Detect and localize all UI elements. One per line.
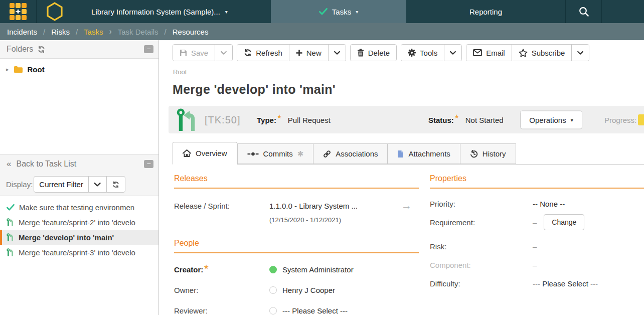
- owner-value[interactable]: Henry J Cooper: [269, 286, 335, 294]
- creator-value: System Administrator: [269, 265, 354, 274]
- breadcrumb: Incidents / Risks / Tasks › Task Details…: [0, 23, 644, 40]
- release-sprint-value: 1.1.0.0 - Library System ...: [269, 202, 358, 210]
- save-button-group: Save: [173, 44, 233, 61]
- plus-icon: [296, 50, 302, 56]
- tab-commits[interactable]: Commits ✱: [237, 143, 314, 164]
- task-folder-path: Root: [173, 68, 187, 76]
- owner-name: Henry J Cooper: [282, 286, 335, 294]
- save-label: Save: [191, 49, 208, 57]
- task-type-field: Type: ★ Pull Request: [257, 115, 331, 124]
- folder-root-label: Root: [28, 65, 45, 74]
- app-logo[interactable]: [0, 0, 37, 23]
- folders-title: Folders: [7, 45, 33, 54]
- detail-tabs: Overview Commits ✱: [173, 142, 644, 165]
- filter-select[interactable]: Current Filter: [34, 177, 89, 192]
- filter-refresh-button[interactable]: [107, 177, 125, 192]
- priority-row: Priority: -- None --: [430, 200, 644, 208]
- task-list-item[interactable]: Make sure that testing environmen: [0, 200, 158, 215]
- priority-label: Priority:: [430, 200, 533, 208]
- nav-item-tasks[interactable]: Tasks ▾: [271, 0, 406, 23]
- product-switcher-button[interactable]: [37, 0, 73, 23]
- pull-request-icon: [7, 233, 14, 241]
- email-subscribe-button-group: Email Subscribe: [466, 44, 589, 61]
- difficulty-value[interactable]: --- Please Select ---: [533, 279, 598, 288]
- spira-cube-logo-icon: [9, 2, 28, 21]
- breadcrumb-task-details: Task Details: [118, 28, 158, 36]
- save-dropdown-button[interactable]: [215, 45, 232, 61]
- tab-overview[interactable]: Overview: [173, 142, 237, 165]
- task-list-item[interactable]: Merge 'feature/sprint-2' into 'develo: [0, 215, 158, 230]
- double-chevron-left-icon[interactable]: «: [7, 159, 11, 169]
- task-summary-bar: [TK:50] Type: ★ Pull Request Status: ★ N…: [169, 106, 644, 133]
- folder-root-node[interactable]: ▸ Root: [6, 65, 152, 74]
- tab-attachments[interactable]: Attachments: [388, 143, 460, 164]
- component-label: Component:: [430, 261, 533, 269]
- collapse-folders-button[interactable]: −: [144, 45, 153, 53]
- avatar-filled-icon: [269, 266, 277, 273]
- refresh-new-button-group: Refresh New: [237, 44, 346, 61]
- refresh-icon: [244, 49, 252, 57]
- task-list-item[interactable]: Merge 'feature/sprint-3' into 'develo: [0, 245, 158, 260]
- global-search-button[interactable]: [566, 0, 602, 23]
- tab-label: Attachments: [408, 149, 450, 158]
- refresh-button[interactable]: Refresh: [237, 45, 289, 61]
- breadcrumb-risks[interactable]: Risks: [51, 28, 70, 36]
- folders-panel-header: Folders −: [0, 40, 158, 59]
- history-icon: [470, 150, 478, 158]
- search-icon: [578, 6, 589, 17]
- project-selector-dropdown[interactable]: Library Information System (Sample)... ▾: [73, 0, 246, 23]
- release-date-range: (12/15/2020 - 1/12/2021): [269, 216, 419, 224]
- tools-button[interactable]: Tools: [401, 45, 444, 61]
- refresh-icon[interactable]: [38, 46, 45, 53]
- email-label: Email: [486, 49, 505, 57]
- priority-value[interactable]: -- None --: [533, 200, 565, 208]
- app-window: Library Information System (Sample)... ▾…: [0, 0, 644, 315]
- tab-associations[interactable]: Associations: [313, 143, 388, 164]
- delete-button[interactable]: Delete: [351, 45, 396, 61]
- page-title: Merge 'develop' into 'main': [173, 82, 336, 97]
- save-button[interactable]: Save: [173, 45, 215, 61]
- tab-label: Associations: [336, 149, 378, 158]
- goto-release-arrow-icon[interactable]: →: [401, 200, 419, 212]
- nav-reporting-label: Reporting: [469, 8, 502, 16]
- chevron-down-icon: [221, 51, 227, 55]
- delete-label: Delete: [368, 49, 390, 57]
- release-sprint-row: Release / Sprint: 1.1.0.0 - Library Syst…: [174, 200, 419, 212]
- breadcrumb-resources[interactable]: Resources: [173, 28, 209, 36]
- progress-label: Progress:: [604, 115, 636, 124]
- filter-chevron-button[interactable]: [89, 177, 107, 192]
- avatar-empty-icon: [269, 286, 277, 294]
- task-check-icon: [7, 204, 15, 211]
- reviewer-value[interactable]: --- Please Select ---: [269, 306, 348, 315]
- email-button[interactable]: Email: [466, 45, 512, 61]
- operations-dropdown-button[interactable]: Operations ▾: [520, 110, 582, 129]
- collapse-task-list-button[interactable]: −: [144, 160, 153, 168]
- new-label: New: [306, 49, 321, 57]
- subscribe-button[interactable]: Subscribe: [512, 45, 572, 61]
- tools-button-group: Tools: [401, 44, 462, 61]
- tab-history[interactable]: History: [460, 143, 516, 164]
- back-to-task-list-link[interactable]: Back to Task List: [16, 160, 76, 169]
- new-dropdown-button[interactable]: [329, 45, 346, 61]
- component-row: Component: –: [430, 261, 644, 269]
- task-status-field: Status: ★ Not Started: [428, 115, 504, 124]
- breadcrumb-incidents[interactable]: Incidents: [7, 28, 37, 36]
- release-sprint-label: Release / Sprint:: [174, 202, 269, 210]
- task-list-item-selected[interactable]: Merge 'develop' into 'main': [0, 230, 158, 245]
- change-requirement-button[interactable]: Change: [544, 214, 584, 230]
- main-content: Save Refresh: [159, 40, 644, 315]
- new-button[interactable]: New: [289, 45, 329, 61]
- filter-select-group: Current Filter: [34, 176, 125, 193]
- task-item-label: Make sure that testing environmen: [19, 203, 134, 212]
- home-icon: [183, 149, 191, 157]
- breadcrumb-tasks[interactable]: Tasks: [84, 28, 103, 36]
- creator-row: Creator:★ System Administrator: [174, 265, 419, 274]
- breadcrumb-separator: /: [76, 28, 78, 36]
- subscribe-dropdown-button[interactable]: [572, 45, 589, 61]
- top-navigation-bar: Library Information System (Sample)... ▾…: [0, 0, 644, 23]
- chevron-down-icon: ▾: [356, 9, 358, 15]
- tree-expander-icon[interactable]: ▸: [6, 66, 9, 73]
- tools-dropdown-button[interactable]: [444, 45, 461, 61]
- nav-item-reporting[interactable]: Reporting: [406, 0, 566, 23]
- requirement-value: –: [533, 218, 537, 227]
